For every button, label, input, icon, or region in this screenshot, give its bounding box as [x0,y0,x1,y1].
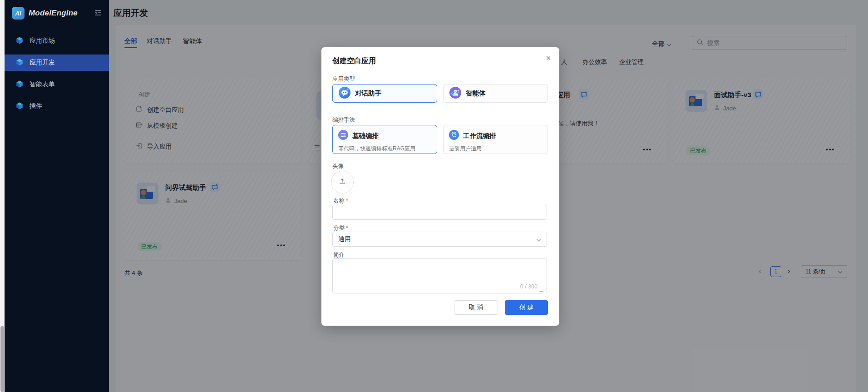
sidebar-item-label: 应用市场 [30,37,55,45]
option-label: 工作流编排 [463,132,496,140]
category-select[interactable]: 通用 [332,232,547,247]
modal-title: 创建空白应用 [332,56,376,66]
option-label: 智能体 [466,89,486,98]
intro-label: 简介 [333,251,345,259]
sidebar-item-app-market[interactable]: 应用市场 [5,33,109,49]
sidebar-item-label: 智能表单 [30,80,55,89]
option-label: 对话助手 [355,89,381,98]
workflow-icon [449,130,459,142]
name-label: 名称* [333,197,348,205]
intro-textarea[interactable] [333,259,547,293]
app-type-option-agent[interactable]: 智能体 [443,84,548,103]
chat-assistant-icon [339,87,350,100]
required-mark: * [346,225,348,231]
chevron-down-icon [536,235,541,243]
sidebar-item-label: 应用开发 [30,59,55,67]
orchestration-label: 编排手法 [332,116,355,124]
logo: AI ModelEngine [12,6,78,20]
upload-icon [339,178,346,187]
sidebar-collapse-icon[interactable] [94,10,102,18]
page-scrollbar-track[interactable] [0,0,5,392]
required-mark: * [346,198,348,204]
app-type-label: 应用类型 [332,75,355,83]
orchestration-option-basic[interactable]: 基础编排 零代码，快速编排标准RAG应用 [332,125,437,154]
avatar-upload-button[interactable] [331,171,354,194]
cancel-button[interactable]: 取 消 [454,300,498,315]
sidebar: AI ModelEngine 应用市场 应用开发 智能表单 插件 [5,0,109,392]
app-type-option-chat[interactable]: 对话助手 [332,84,437,103]
name-input[interactable] [332,205,547,220]
orchestration-option-workflow[interactable]: 工作流编排 进阶用户适用 [443,125,548,154]
sidebar-item-plugin[interactable]: 插件 [5,98,109,114]
cube-icon [15,36,24,46]
category-label: 分类* [333,224,348,232]
intro-textarea-wrap: 0 / 300 [332,258,547,293]
cube-icon [15,102,24,111]
option-label: 基础编排 [352,132,379,140]
page-scrollbar-thumb[interactable] [0,326,4,392]
option-desc: 进阶用户适用 [449,145,542,153]
create-blank-app-modal: 创建空白应用 × 应用类型 对话助手 智能体 编排手法 基础编排 零代码，快速编… [321,47,559,326]
avatar-label: 头像 [332,163,344,170]
create-button[interactable]: 创 建 [505,300,548,315]
cube-icon [15,80,24,89]
sidebar-item-label: 插件 [30,102,42,110]
basic-orchestration-icon [338,130,348,142]
category-value: 通用 [338,235,351,243]
sidebar-item-app-dev[interactable]: 应用开发 [5,55,109,71]
logo-text: ModelEngine [29,9,78,18]
agent-icon [449,87,461,100]
cube-icon [15,58,24,68]
close-icon[interactable]: × [543,53,554,64]
logo-ai-icon: AI [12,7,25,20]
sidebar-item-smart-form[interactable]: 智能表单 [5,76,109,93]
option-desc: 零代码，快速编排标准RAG应用 [338,145,431,153]
char-counter: 0 / 300 [520,283,538,290]
app-window: AI ModelEngine 应用市场 应用开发 智能表单 插件 应用开发 全部… [0,0,868,392]
